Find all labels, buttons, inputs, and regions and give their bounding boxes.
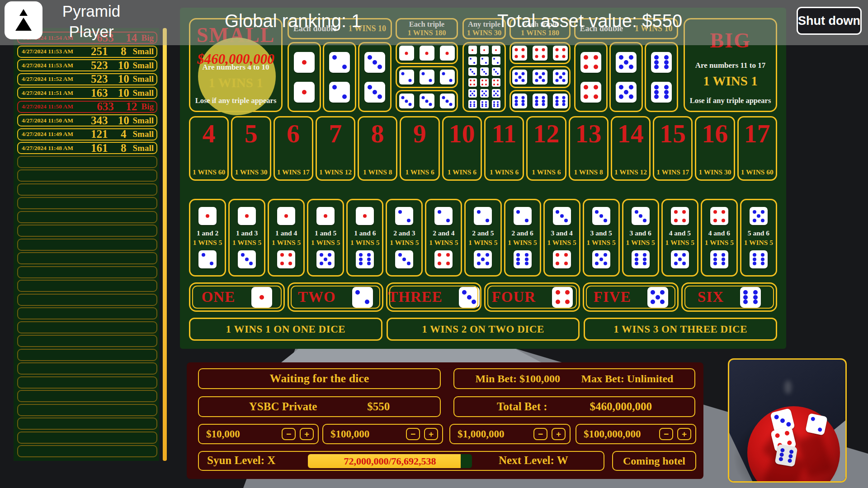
triple-bet-area-3[interactable] <box>396 90 458 112</box>
die-4-icon <box>671 207 689 225</box>
triple-bet-area-4[interactable] <box>509 42 571 64</box>
die-5-icon <box>592 250 610 268</box>
total-bet-area-5[interactable]: 51 WINS 30 <box>231 116 271 181</box>
coming-hotel-button[interactable]: Coming hotel <box>612 451 696 471</box>
combo-bet-area-4-6[interactable]: 4 and 61 WINS 5 <box>701 199 738 277</box>
double-bet-area-3[interactable] <box>358 42 392 112</box>
any-triple-row <box>468 78 500 87</box>
total-number: 7 <box>317 118 354 149</box>
combo-bet-area-2-5[interactable]: 2 and 51 WINS 5 <box>464 199 501 277</box>
total-bet-value: $460,000,000 <box>590 400 652 413</box>
triple-bet-area-1[interactable] <box>396 42 458 64</box>
combo-label: 1 and 3 <box>236 230 258 237</box>
triple-bet-area-2[interactable] <box>396 66 458 88</box>
die-1-icon <box>294 82 315 103</box>
chip-plus-button[interactable]: + <box>300 428 314 440</box>
single-label: ONE <box>202 289 236 305</box>
chip-plus-button[interactable]: + <box>424 428 438 440</box>
die-2-icon <box>399 70 414 84</box>
history-row-empty <box>17 294 157 306</box>
single-bet-area-six[interactable]: SIX <box>681 282 777 312</box>
single-bet-area-five[interactable]: FIVE <box>583 282 679 312</box>
total-bet-area-14[interactable]: 141 WINS 12 <box>611 116 651 181</box>
total-bet-area-16[interactable]: 161 WINS 30 <box>695 116 735 181</box>
single-bet-area-four[interactable]: FOUR <box>484 282 580 312</box>
die-4-icon <box>468 78 477 87</box>
total-bet-area-8[interactable]: 81 WINS 8 <box>358 116 397 181</box>
chip-plus-button[interactable]: + <box>677 428 691 440</box>
combo-bet-area-5-6[interactable]: 5 and 61 WINS 5 <box>740 199 777 277</box>
total-bet-area-10[interactable]: 101 WINS 6 <box>442 116 482 181</box>
die-6-icon <box>750 250 768 268</box>
die-5-icon <box>512 70 527 84</box>
total-bet-area-12[interactable]: 121 WINS 6 <box>526 116 566 181</box>
combo-bet-area-3-6[interactable]: 3 and 61 WINS 5 <box>622 199 659 277</box>
die-6-icon <box>512 94 527 108</box>
history-cell: 4/27/2024 11:49 AM <box>22 131 84 138</box>
total-bet-area-9[interactable]: 91 WINS 6 <box>400 116 439 181</box>
chip-box-4: $100,000,000−+ <box>576 424 696 444</box>
chip-plus-button[interactable]: + <box>552 428 566 440</box>
double-bet-area-5[interactable] <box>609 42 643 112</box>
die-2-icon <box>434 207 453 225</box>
total-bet-area-4[interactable]: 41 WINS 60 <box>189 116 229 181</box>
chip-minus-button[interactable]: − <box>282 428 296 440</box>
any-triple-bet-area[interactable] <box>462 42 506 112</box>
small-note: Lose if any triple appears <box>190 96 281 105</box>
die-1-icon <box>238 207 256 225</box>
combo-bet-area-2-3[interactable]: 2 and 31 WINS 5 <box>386 199 423 277</box>
combo-bet-area-1-5[interactable]: 1 and 51 WINS 5 <box>307 199 344 277</box>
shut-down-button[interactable]: Shut down <box>797 7 862 35</box>
chip-box-3: $1,000,000−+ <box>449 424 571 444</box>
combo-bet-area-1-6[interactable]: 1 and 61 WINS 5 <box>346 199 383 277</box>
triple-bet-area-5[interactable] <box>509 66 571 88</box>
history-cell: 4/27/2024 11:51 AM <box>22 89 84 97</box>
history-cell: 10 <box>114 114 133 127</box>
total-bet-area-17[interactable]: 171 WINS 60 <box>737 116 777 181</box>
combo-label: 4 and 5 <box>669 230 691 237</box>
chip-minus-button[interactable]: − <box>406 428 420 440</box>
die-6-icon <box>651 52 672 73</box>
combo-bet-area-1-2[interactable]: 1 and 21 WINS 5 <box>189 199 226 277</box>
double-bet-area-1[interactable] <box>288 42 321 112</box>
chip-minus-button[interactable]: − <box>533 428 547 440</box>
combo-bet-area-2-6[interactable]: 2 and 61 WINS 5 <box>504 199 541 277</box>
die-6-icon <box>632 250 650 268</box>
total-bet-area-7[interactable]: 71 WINS 12 <box>316 116 355 181</box>
history-cell: 4/27/2024 11:52 AM <box>22 75 84 83</box>
combo-bet-area-1-4[interactable]: 1 and 41 WINS 5 <box>268 199 305 277</box>
combo-odds: 1 WINS 5 <box>665 239 694 246</box>
combo-bet-area-3-4[interactable]: 3 and 41 WINS 5 <box>543 199 580 277</box>
single-bet-area-one[interactable]: ONE <box>189 282 285 312</box>
die-1-icon <box>480 46 489 54</box>
chip-minus-button[interactable]: − <box>659 428 673 440</box>
combo-bet-area-1-3[interactable]: 1 and 31 WINS 5 <box>228 199 265 277</box>
double-bet-area-4[interactable] <box>574 42 608 112</box>
triple-bet-area-6[interactable] <box>509 90 571 112</box>
combo-label: 1 and 4 <box>275 230 297 237</box>
single-bet-area-two[interactable]: TWO <box>288 282 383 312</box>
game-screen: 4/27/2024 11:54 AM65314Big4/27/2024 11:5… <box>0 0 868 488</box>
history-scrollbar[interactable] <box>163 28 167 461</box>
combo-label: 3 and 5 <box>590 230 612 237</box>
history-row: 4/27/2024 11:53 AM2518Small <box>17 46 157 58</box>
die-4-icon <box>492 78 500 87</box>
combo-bet-area-3-5[interactable]: 3 and 51 WINS 5 <box>583 199 620 277</box>
history-cell: Small <box>133 143 154 153</box>
total-bet-area-13[interactable]: 131 WINS 8 <box>569 116 609 181</box>
die-3-icon <box>420 94 434 108</box>
die-3-icon <box>480 67 489 76</box>
history-row-empty <box>17 321 157 333</box>
combo-bet-area-2-4[interactable]: 2 and 41 WINS 5 <box>425 199 462 277</box>
any-triple-row <box>468 56 500 65</box>
any-triple-row <box>468 100 500 108</box>
total-bet-area-6[interactable]: 61 WINS 17 <box>274 116 313 181</box>
combo-bet-area-4-5[interactable]: 4 and 51 WINS 5 <box>661 199 698 277</box>
double-bet-area-6[interactable] <box>645 42 678 112</box>
single-bet-area-three[interactable]: THREE <box>386 282 482 312</box>
double-bet-area-2[interactable] <box>323 42 356 112</box>
combo-odds: 1 WINS 5 <box>350 239 379 246</box>
total-bet-area-15[interactable]: 151 WINS 17 <box>653 116 693 181</box>
history-cell: 251 <box>84 45 114 58</box>
total-bet-area-11[interactable]: 111 WINS 6 <box>484 116 524 181</box>
